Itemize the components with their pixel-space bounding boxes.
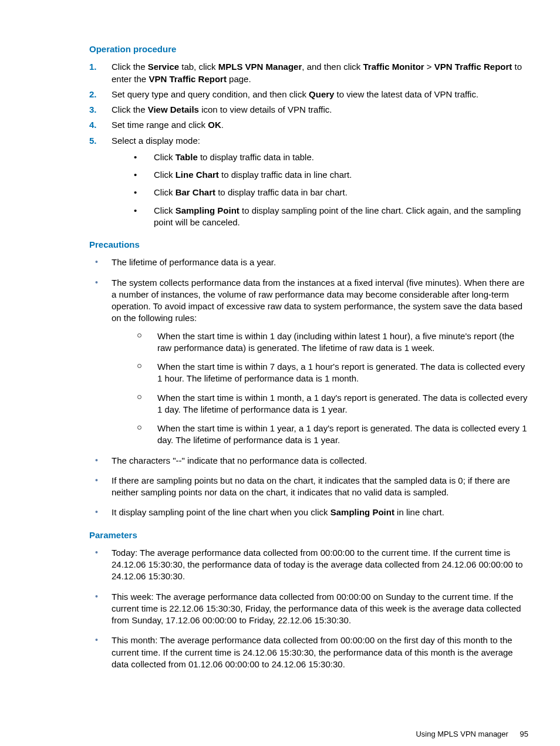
step-text: Set query type and query condition, and … [112, 89, 478, 99]
step-text: Click the View Details icon to view deta… [112, 104, 332, 114]
list-item: The system collects performance data fro… [89, 277, 528, 447]
display-mode-list: Click Table to display traffic data in t… [112, 151, 528, 228]
list-item: The lifetime of performance data is a ye… [89, 256, 528, 268]
step-3: 3. Click the View Details icon to view d… [89, 104, 528, 116]
item-text: The system collects performance data fro… [112, 278, 525, 323]
list-item: If there are sampling points but no data… [89, 475, 528, 499]
heading-operation-procedure: Operation procedure [89, 43, 528, 55]
list-item: Click Table to display traffic data in t… [112, 151, 528, 163]
step-number: 5. [89, 135, 97, 147]
heading-parameters: Parameters [89, 529, 528, 541]
list-item: This week: The average performance data … [89, 591, 528, 627]
list-item: This month: The average performance data… [89, 634, 528, 670]
list-item: The characters "--" indicate that no per… [89, 455, 528, 467]
page-footer: Using MPLS VPN manager 95 [89, 729, 528, 740]
step-number: 4. [89, 119, 97, 131]
parameters-list: Today: The average performance data coll… [89, 547, 528, 670]
step-text: Select a display mode: [112, 136, 200, 146]
list-item: When the start time is within 1 month, a… [112, 392, 528, 416]
operation-steps-list: 1. Click the Service tab, click MPLS VPN… [89, 61, 528, 228]
step-number: 3. [89, 104, 97, 116]
step-text: Set time range and click OK. [112, 120, 224, 130]
list-item: When the start time is within 7 days, a … [112, 361, 528, 385]
list-item: When the start time is within 1 day (inc… [112, 330, 528, 355]
page-number: 95 [520, 729, 528, 740]
list-item: Today: The average performance data coll… [89, 547, 528, 583]
list-item: Click Sampling Point to display sampling… [112, 205, 528, 229]
step-1: 1. Click the Service tab, click MPLS VPN… [89, 61, 528, 85]
step-number: 1. [89, 61, 97, 73]
list-item: When the start time is within 1 year, a … [112, 423, 528, 447]
precautions-list: The lifetime of performance data is a ye… [89, 256, 528, 518]
step-4: 4. Set time range and click OK. [89, 119, 528, 131]
step-number: 2. [89, 89, 97, 100]
rules-sublist: When the start time is within 1 day (inc… [112, 330, 528, 447]
step-2: 2. Set query type and query condition, a… [89, 89, 528, 100]
step-5: 5. Select a display mode: Click Table to… [89, 135, 528, 229]
list-item: It display sampling point of the line ch… [89, 507, 528, 518]
list-item: Click Bar Chart to display traffic data … [112, 187, 528, 198]
heading-precautions: Precautions [89, 239, 528, 251]
footer-text: Using MPLS VPN manager [416, 730, 508, 738]
step-text: Click the Service tab, click MPLS VPN Ma… [112, 62, 522, 83]
list-item: Click Line Chart to display traffic data… [112, 169, 528, 181]
